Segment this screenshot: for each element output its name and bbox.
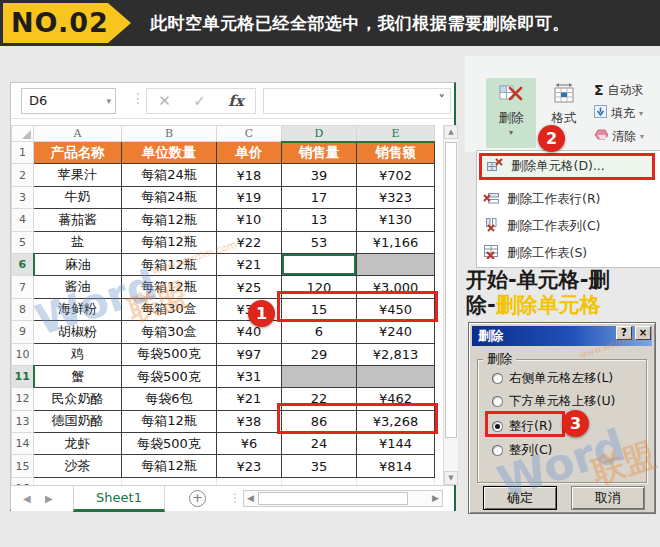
- vertical-scroll-thumb[interactable]: [445, 142, 457, 438]
- row-header[interactable]: 12: [12, 388, 34, 410]
- cell[interactable]: ¥3,000: [357, 276, 435, 298]
- cell[interactable]: 6: [282, 321, 357, 343]
- cell[interactable]: 每箱12瓶: [122, 455, 217, 477]
- cell[interactable]: ¥240: [357, 321, 435, 343]
- formula-expand-icon[interactable]: ˅: [439, 92, 446, 107]
- column-header-e[interactable]: E: [357, 126, 435, 142]
- cell[interactable]: 120: [282, 276, 357, 298]
- row-header[interactable]: 15: [12, 455, 34, 477]
- cell[interactable]: ¥18: [217, 164, 282, 186]
- column-header-d[interactable]: D: [282, 126, 357, 142]
- cell[interactable]: 每箱12瓶: [122, 276, 217, 298]
- cell[interactable]: [122, 477, 217, 485]
- menu-item-delete-cells[interactable]: 删除单元格(D)...: [479, 153, 655, 180]
- name-box-dropdown-icon[interactable]: ▾: [106, 89, 111, 113]
- dialog-close-button[interactable]: ×: [635, 326, 651, 340]
- scroll-up-icon[interactable]: ▲: [444, 125, 458, 139]
- cell[interactable]: [357, 365, 435, 387]
- cell[interactable]: 每箱12瓶: [122, 410, 217, 432]
- cell[interactable]: [34, 477, 122, 485]
- cell[interactable]: 盐: [34, 231, 122, 253]
- cell[interactable]: 蟹: [34, 365, 122, 387]
- cell[interactable]: 24: [282, 433, 357, 455]
- menu-item-delete-sheet[interactable]: 删除工作表(S): [483, 241, 587, 265]
- cell[interactable]: 35: [282, 455, 357, 477]
- ok-button[interactable]: 确定: [483, 486, 557, 510]
- cell[interactable]: 每箱30盒: [122, 321, 217, 343]
- cell[interactable]: 民众奶酪: [34, 388, 122, 410]
- cell[interactable]: 龙虾: [34, 433, 122, 455]
- table-title-cell[interactable]: 产品名称: [34, 142, 122, 164]
- cell[interactable]: 德国奶酪: [34, 410, 122, 432]
- cell[interactable]: ¥3,268: [357, 410, 435, 432]
- cell[interactable]: ¥462: [357, 388, 435, 410]
- table-title-cell[interactable]: 单价: [217, 142, 282, 164]
- row-header[interactable]: 7: [12, 276, 34, 298]
- cell[interactable]: ¥21: [217, 388, 282, 410]
- tab-next-icon[interactable]: ▶: [45, 493, 53, 504]
- autosum-button[interactable]: Σ 自动求: [594, 80, 660, 100]
- radio-icon[interactable]: [492, 445, 503, 456]
- column-header-b[interactable]: B: [122, 126, 217, 142]
- row-header[interactable]: 1: [12, 142, 34, 164]
- cell[interactable]: 86: [282, 410, 357, 432]
- row-header[interactable]: 6: [12, 253, 34, 275]
- fill-button[interactable]: 填充 ▾: [594, 103, 660, 123]
- row-header[interactable]: 16: [12, 477, 34, 485]
- cell[interactable]: ¥702: [357, 164, 435, 186]
- cell[interactable]: ¥144: [357, 433, 435, 455]
- cell[interactable]: 53: [282, 231, 357, 253]
- cell[interactable]: 每箱30盒: [122, 298, 217, 320]
- cell[interactable]: ¥23: [217, 455, 282, 477]
- row-header[interactable]: 8: [12, 298, 34, 320]
- sheet-tab-sheet1[interactable]: Sheet1: [73, 486, 165, 512]
- cell[interactable]: ¥19: [217, 186, 282, 208]
- cell[interactable]: ¥22: [217, 231, 282, 253]
- column-header-a[interactable]: A: [34, 126, 122, 142]
- cell[interactable]: 每袋500克: [122, 365, 217, 387]
- table-title-cell[interactable]: 销售额: [357, 142, 435, 164]
- delete-button[interactable]: 删除 ▾: [486, 78, 536, 148]
- cell[interactable]: 22: [282, 388, 357, 410]
- cell[interactable]: ¥31: [217, 365, 282, 387]
- menu-item-delete-sheet-rows[interactable]: 删除工作表行(R): [483, 187, 600, 211]
- cell[interactable]: ¥38: [217, 410, 282, 432]
- cell[interactable]: ¥10: [217, 209, 282, 231]
- row-header[interactable]: 3: [12, 186, 34, 208]
- table-title-cell[interactable]: 销售量: [282, 142, 357, 164]
- scroll-down-icon[interactable]: ▼: [444, 471, 458, 485]
- scroll-right-icon[interactable]: ▶: [432, 493, 439, 503]
- row-header[interactable]: 13: [12, 410, 34, 432]
- menu-item-delete-sheet-columns[interactable]: 删除工作表列(C): [483, 214, 600, 238]
- cell[interactable]: ¥25: [217, 276, 282, 298]
- radio-shift-up[interactable]: 下方单元格上移(U): [492, 393, 615, 409]
- column-header-c[interactable]: C: [217, 126, 282, 142]
- cancel-button[interactable]: 取消: [571, 486, 645, 510]
- cell[interactable]: 每箱24瓶: [122, 186, 217, 208]
- cell[interactable]: ¥130: [357, 209, 435, 231]
- row-header[interactable]: 11: [12, 365, 34, 387]
- row-header[interactable]: 10: [12, 343, 34, 365]
- cell[interactable]: 苹果汁: [34, 164, 122, 186]
- add-sheet-icon[interactable]: +: [189, 490, 206, 507]
- cell[interactable]: 海鲜粉: [34, 298, 122, 320]
- radio-icon[interactable]: [492, 373, 503, 384]
- cell[interactable]: 每箱24瓶: [122, 164, 217, 186]
- cell[interactable]: 13: [282, 209, 357, 231]
- cell[interactable]: 沙茶: [34, 455, 122, 477]
- tab-prev-icon[interactable]: ◀: [23, 493, 31, 504]
- cell[interactable]: ¥97: [217, 343, 282, 365]
- clear-button[interactable]: 清除 ▾: [594, 126, 660, 146]
- dialog-help-button[interactable]: ?: [616, 326, 632, 340]
- row-header[interactable]: 9: [12, 321, 34, 343]
- cell[interactable]: [282, 477, 357, 485]
- cell[interactable]: 每袋500克: [122, 343, 217, 365]
- select-all-corner[interactable]: [12, 126, 34, 142]
- cell[interactable]: 39: [282, 164, 357, 186]
- cell[interactable]: [282, 365, 357, 387]
- enter-icon[interactable]: ✓: [193, 92, 206, 110]
- radio-icon[interactable]: [492, 396, 503, 407]
- cell[interactable]: ¥323: [357, 186, 435, 208]
- formula-input[interactable]: ˅: [263, 88, 451, 114]
- horizontal-scroll-thumb[interactable]: [258, 492, 408, 505]
